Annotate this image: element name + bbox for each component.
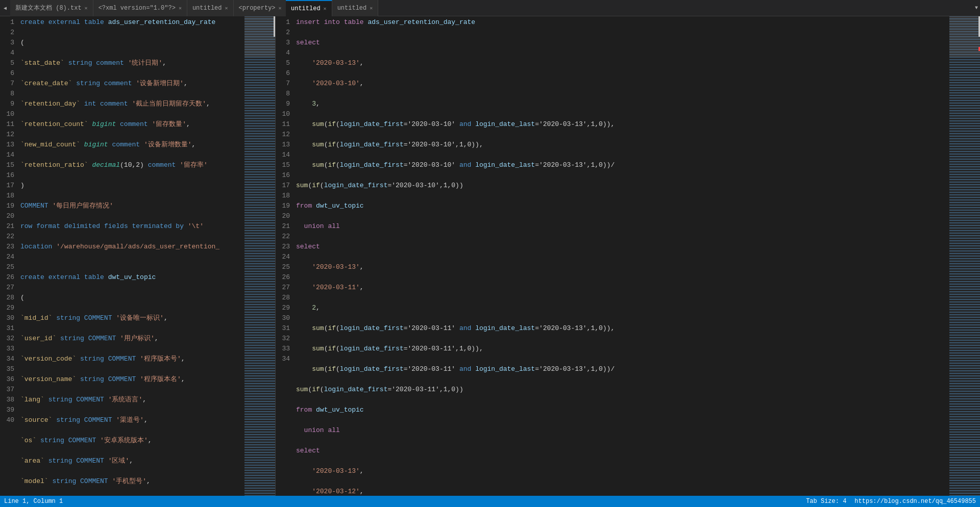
minimap-right bbox=[949, 16, 980, 496]
tab-xml-label: <?xml version="1.0"?> bbox=[99, 5, 176, 12]
minimap-left bbox=[244, 16, 275, 496]
tab-untitled-right-active[interactable]: untitled ✕ bbox=[286, 0, 332, 16]
tab-untitled-right-active-label: untitled bbox=[291, 5, 321, 12]
status-bar: Line 1, Column 1 Tab Size: 4 https://blo… bbox=[0, 496, 980, 507]
tab-untitled-left-label: untitled bbox=[192, 5, 222, 12]
editors-container: 12345 678910 1112131415 1617181920 21222… bbox=[0, 16, 980, 496]
left-nav-prev[interactable]: ◀ bbox=[0, 0, 10, 16]
line-numbers-left: 12345 678910 1112131415 1617181920 21222… bbox=[0, 16, 18, 496]
tab-untitled-right-2-close[interactable]: ✕ bbox=[370, 5, 373, 11]
tab-txt-close[interactable]: ✕ bbox=[85, 5, 88, 11]
tab-property-close[interactable]: ✕ bbox=[279, 5, 282, 11]
code-content-right[interactable]: insert into table ads_user_retention_day… bbox=[294, 16, 949, 496]
editor-scroll-right[interactable]: 12345 678910 1112131415 1617181920 21222… bbox=[276, 16, 980, 496]
tab-bar: ◀ 新建文本文档 (8).txt ✕ <?xml version="1.0"?>… bbox=[0, 0, 980, 16]
editor-pane-left: 12345 678910 1112131415 1617181920 21222… bbox=[0, 16, 276, 496]
editor-pane-right: 12345 678910 1112131415 1617181920 21222… bbox=[276, 16, 980, 496]
status-position: Line 1, Column 1 bbox=[4, 498, 63, 505]
right-tab-dropdown[interactable]: ▼ bbox=[975, 5, 978, 11]
tab-property-label: <property> bbox=[239, 5, 276, 12]
editor-scroll-left[interactable]: 12345 678910 1112131415 1617181920 21222… bbox=[0, 16, 275, 496]
tab-untitled-right-2-label: untitled bbox=[337, 5, 367, 12]
status-link[interactable]: https://blog.csdn.net/qq_46549855 bbox=[854, 498, 976, 505]
tab-txt[interactable]: 新建文本文档 (8).txt ✕ bbox=[10, 0, 93, 16]
tab-txt-label: 新建文本文档 (8).txt bbox=[15, 4, 82, 12]
status-bar-right: Tab Size: 4 https://blog.csdn.net/qq_465… bbox=[806, 498, 976, 505]
tab-xml[interactable]: <?xml version="1.0"?> ✕ bbox=[93, 0, 187, 16]
tab-untitled-left[interactable]: untitled ✕ bbox=[187, 0, 234, 16]
code-content-left[interactable]: create external table ads_user_retention… bbox=[18, 16, 244, 496]
tab-xml-close[interactable]: ✕ bbox=[179, 5, 182, 11]
tab-untitled-right-2[interactable]: untitled ✕ bbox=[332, 0, 379, 16]
tab-bar-left: ◀ 新建文本文档 (8).txt ✕ <?xml version="1.0"?>… bbox=[0, 0, 276, 16]
status-tab-size: Tab Size: 4 bbox=[806, 498, 846, 505]
line-numbers-right: 12345 678910 1112131415 1617181920 21222… bbox=[276, 16, 294, 496]
tab-untitled-left-close[interactable]: ✕ bbox=[225, 5, 228, 11]
tab-untitled-right-active-close[interactable]: ✕ bbox=[324, 6, 327, 12]
tab-property[interactable]: <property> ✕ bbox=[234, 0, 287, 16]
tab-bar-right: ◀ untitled ✕ untitled ✕ ▼ bbox=[276, 0, 980, 16]
